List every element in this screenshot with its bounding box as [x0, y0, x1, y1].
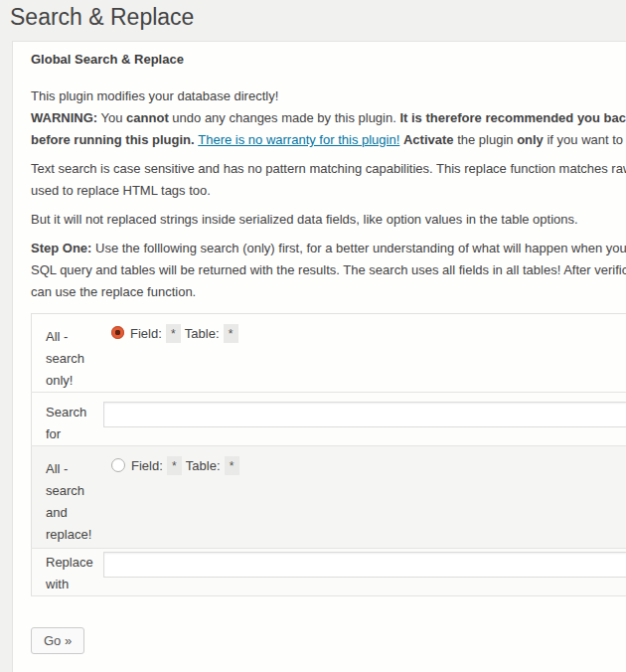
step-one-paragraph: Step One: Use the folllowing search (onl…: [31, 238, 626, 303]
admin-page: { "page_title": "Search & Replace", "pan…: [0, 0, 626, 672]
row-label: Replace with: [32, 549, 104, 596]
text-segment-bold: Activate: [403, 132, 454, 147]
row-label: All - search and replace!: [32, 446, 104, 549]
replace-with-input[interactable]: [103, 552, 626, 578]
table-row-replace-with: Replace with: [32, 549, 626, 596]
text-segment: You: [97, 110, 126, 125]
text-segment: But it will not replaced strings inside …: [31, 212, 578, 227]
text-segment: if you want to use it!: [544, 132, 626, 147]
search-and-replace-radio[interactable]: [111, 458, 125, 472]
search-for-input[interactable]: [103, 402, 626, 427]
go-button[interactable]: Go »: [31, 627, 84, 654]
text-segment: the plugin: [454, 132, 518, 147]
row-label: All - search only!: [32, 314, 104, 393]
table-label: Table:: [185, 326, 220, 341]
table-label: Table:: [186, 458, 221, 473]
field-label: Field:: [130, 326, 162, 341]
text-segment-bold: cannot: [126, 110, 169, 125]
text-segment: used to replace HTML tags too.: [31, 183, 211, 198]
case-sensitive-paragraph: Text search is case sensitive and has no…: [31, 158, 626, 202]
search-replace-table: All - search only! Field:Table: Search f…: [31, 313, 626, 596]
search-only-radio[interactable]: [111, 326, 124, 339]
field-label: Field:: [131, 458, 163, 473]
text-segment: SQL query and tables will be returned wi…: [31, 262, 626, 277]
table-input[interactable]: [225, 456, 239, 475]
warning-label: WARNING:: [31, 110, 97, 125]
table-row-search-and-replace: All - search and replace! Field:Table:: [32, 446, 626, 549]
plugin-panel: Global Search & Replace This plugin modi…: [12, 41, 626, 672]
text-segment: Use the folllowing search (only) first, …: [91, 241, 626, 255]
text-segment-bold: before running this plugin.: [31, 132, 198, 147]
text-segment-bold: It is therefore recommended you backup y…: [399, 110, 626, 125]
panel-heading: Global Search & Replace: [31, 52, 626, 68]
table-input[interactable]: [224, 324, 238, 343]
field-input[interactable]: [167, 456, 182, 475]
text-segment: can use the replace function.: [31, 284, 196, 299]
serialized-note-paragraph: But it will not replaced strings inside …: [31, 209, 626, 231]
intro-paragraph: This plugin modifies your database direc…: [31, 85, 626, 151]
text-segment: undo any changes made by this plugin.: [169, 110, 400, 125]
intro-line1: This plugin modifies your database direc…: [31, 88, 278, 103]
row-label: Search for: [32, 393, 104, 446]
warranty-link[interactable]: There is no warranty for this plugin!: [198, 132, 399, 147]
field-input[interactable]: [166, 324, 181, 343]
text-segment-bold: only: [517, 132, 544, 147]
text-segment: Text search is case sensitive and has no…: [31, 161, 626, 176]
step-one-label: Step One:: [31, 241, 91, 255]
table-row-search-for: Search for: [32, 393, 626, 446]
table-row-search-only: All - search only! Field:Table:: [32, 314, 626, 393]
page-title: Search & Replace: [10, 0, 626, 32]
